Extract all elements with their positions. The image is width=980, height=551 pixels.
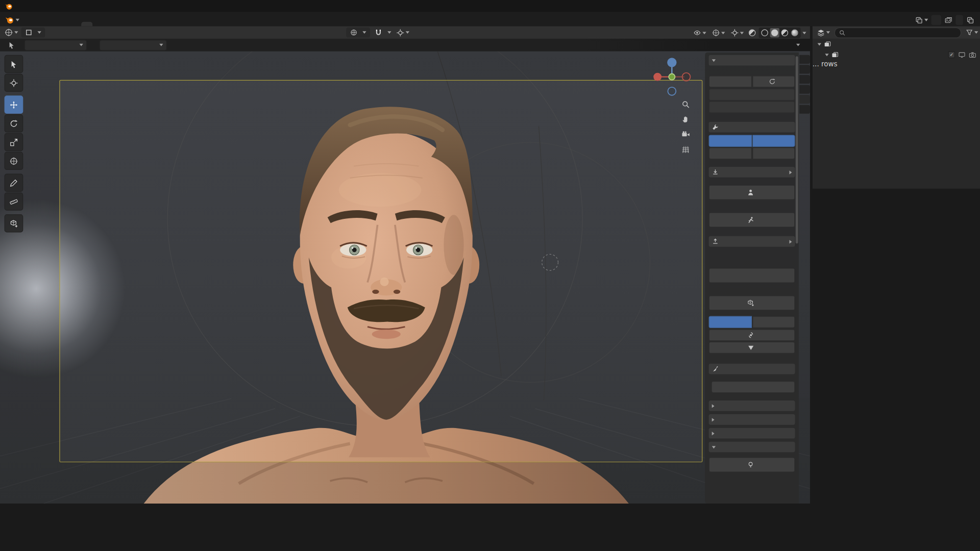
snap-settings-dropdown[interactable] — [386, 28, 394, 38]
outliner-filter-button[interactable] — [964, 28, 980, 38]
tool-annotate[interactable] — [5, 173, 23, 192]
open-website-button[interactable] — [709, 89, 795, 101]
panel-character-build-settings[interactable] — [709, 400, 795, 411]
export-replace-mesh-button[interactable] — [709, 342, 795, 354]
menu-window[interactable] — [52, 22, 62, 27]
camera-view-button[interactable] — [679, 128, 693, 141]
outliner-search-input[interactable] — [835, 27, 962, 38]
workspace-tab-shading[interactable] — [144, 22, 155, 27]
options-dropdown[interactable] — [794, 44, 800, 46]
ignore-button[interactable] — [709, 76, 752, 87]
tool-scale[interactable] — [5, 133, 23, 152]
perspective-toggle-button[interactable] — [679, 142, 693, 156]
physics-toggle[interactable] — [709, 147, 752, 159]
blend-file-toggle[interactable] — [709, 316, 752, 328]
tool-select-box[interactable] — [5, 55, 23, 73]
tab-ccic-pipeline[interactable] — [799, 95, 810, 104]
export-unity-button[interactable] — [709, 295, 795, 310]
snap-toggle[interactable] — [373, 28, 384, 38]
shading-dropdown-icon[interactable] — [802, 32, 806, 34]
tool-rotate[interactable] — [5, 114, 23, 133]
panel-scene-tools[interactable] — [709, 442, 795, 453]
panel-settings[interactable] — [709, 122, 795, 133]
hide-viewport-icon[interactable] — [958, 51, 966, 59]
tool-cursor[interactable] — [5, 73, 23, 92]
update-button[interactable] — [752, 76, 795, 87]
workspace-tab-modeling[interactable] — [94, 22, 105, 27]
zoom-button[interactable] — [679, 97, 693, 111]
scene-lighting-button[interactable] — [709, 457, 795, 472]
close-button[interactable] — [961, 0, 980, 12]
menu-edit[interactable] — [32, 22, 42, 27]
3d-viewport[interactable] — [0, 51, 810, 504]
tab-item[interactable] — [799, 55, 810, 64]
outliner-editor-type-button[interactable] — [815, 28, 832, 38]
import-animations-button[interactable] — [709, 212, 795, 227]
outliner-row-collection[interactable]: ✓ — [813, 49, 980, 60]
export-accessory-button[interactable] — [709, 329, 795, 341]
workspace-tab-uv-editing[interactable] — [119, 22, 130, 27]
orientation-dropdown[interactable] — [24, 40, 87, 51]
workspace-tab-layout[interactable] — [81, 22, 92, 27]
add-workspace-button[interactable] — [219, 22, 230, 27]
panel-rigging-animation[interactable] — [709, 428, 795, 439]
import-character-button[interactable] — [709, 185, 795, 199]
menu-file[interactable] — [22, 22, 32, 27]
scene-selector[interactable] — [931, 15, 941, 25]
workspace-tab-scripting[interactable] — [206, 22, 217, 27]
mode-dropdown[interactable] — [21, 28, 45, 38]
toggle-xray-button[interactable] — [747, 28, 756, 37]
remove-character-button[interactable] — [711, 381, 795, 393]
tab-edit[interactable] — [799, 85, 810, 94]
tab-view[interactable] — [799, 75, 810, 84]
outliner-row-scene-collection[interactable] — [813, 39, 980, 49]
workspace-tab-geometry-nodes[interactable] — [194, 22, 205, 27]
workspace-tab-rendering[interactable] — [169, 22, 180, 27]
show-overlays-dropdown[interactable] — [729, 28, 746, 38]
tab-ccic-create[interactable] — [799, 105, 810, 114]
panel-import-export[interactable] — [709, 55, 795, 66]
tool-add-cube[interactable] — [5, 214, 23, 233]
tool-move[interactable] — [5, 95, 23, 114]
editor-type-button[interactable] — [3, 28, 20, 38]
panel-exporting[interactable] — [709, 236, 795, 247]
panel-clean-up[interactable] — [709, 364, 795, 374]
tool-transform[interactable] — [5, 152, 23, 170]
show-gizmo-dropdown[interactable] — [710, 28, 727, 38]
wrinkles-toggle[interactable] — [752, 135, 795, 146]
collection-checkbox[interactable]: ✓ — [948, 51, 955, 58]
export-cc-button[interactable] — [709, 268, 795, 283]
browse-scene-button[interactable] — [913, 15, 930, 25]
panel-material-parameters[interactable] — [709, 414, 795, 425]
install-manually-button[interactable] — [709, 101, 795, 113]
workspace-tab-animation[interactable] — [156, 22, 167, 27]
pan-button[interactable] — [679, 112, 693, 126]
fbx-toggle[interactable] — [752, 316, 795, 328]
workspace-tab-compositing[interactable] — [181, 22, 192, 27]
tab-tool[interactable] — [799, 65, 810, 73]
viewlayer-selector[interactable] — [955, 15, 963, 25]
minimize-button[interactable] — [924, 0, 943, 12]
maximize-button[interactable] — [943, 0, 962, 12]
transform-orientation-dropdown[interactable] — [346, 28, 370, 38]
workspace-tab-sculpting[interactable] — [106, 22, 117, 27]
workspace-tab-texture-paint[interactable] — [131, 22, 142, 27]
tool-measure[interactable] — [5, 192, 23, 211]
navigation-gizmo[interactable] — [652, 58, 691, 96]
shading-material-button[interactable] — [780, 28, 789, 37]
drag-dropdown[interactable] — [100, 40, 167, 51]
sidebar-scrollbar[interactable] — [796, 56, 798, 243]
shading-wireframe-button[interactable] — [760, 28, 769, 37]
menu-render[interactable] — [42, 22, 52, 27]
new-viewlayer-button[interactable] — [964, 15, 976, 25]
app-menu-button[interactable] — [0, 16, 22, 27]
shading-rendered-button[interactable] — [790, 28, 799, 37]
lighting-toggle[interactable] — [709, 135, 752, 146]
menu-help[interactable] — [62, 22, 72, 27]
rigify-toggle[interactable] — [752, 147, 795, 159]
object-visibility-dropdown[interactable] — [691, 28, 708, 38]
panel-importing[interactable] — [709, 167, 795, 178]
disable-render-icon[interactable] — [969, 51, 976, 59]
proportional-editing-toggle[interactable] — [395, 28, 411, 38]
shading-solid-button[interactable] — [770, 28, 779, 37]
